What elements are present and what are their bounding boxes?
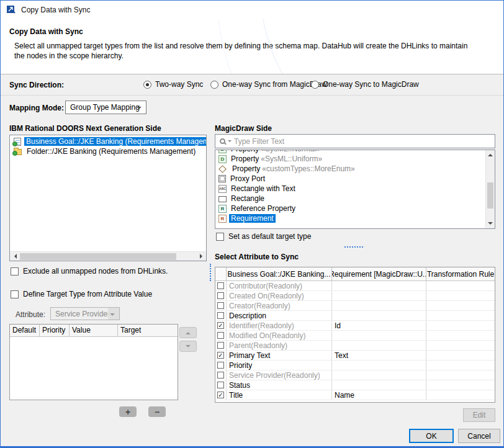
table-row[interactable]: Modified On(Readonly) (215, 331, 495, 341)
triangle-down-icon (488, 222, 493, 227)
radio-icon (210, 81, 218, 89)
row-checkbox[interactable] (217, 362, 224, 369)
header-source: Business Goal::/JKE Banking... (227, 267, 332, 280)
vertical-scrollbar[interactable] (485, 150, 495, 228)
move-down-button[interactable] (179, 341, 197, 352)
attribute-name: Creator(Readonly) (227, 301, 332, 310)
exclude-unmapped-checkbox[interactable] (11, 267, 19, 276)
ok-button[interactable]: OK (409, 429, 454, 443)
item-name: Proxy Port (228, 174, 267, 183)
triangle-up-icon (186, 329, 191, 334)
value-mapping-table: Default Priority Value Target (9, 324, 178, 400)
row-checkbox[interactable] (217, 342, 224, 349)
row-checkbox[interactable] (217, 302, 224, 309)
proxy-port-icon (218, 175, 226, 182)
scroll-up-button[interactable] (486, 150, 495, 159)
target-value (332, 281, 426, 290)
row-checkbox[interactable] (217, 282, 224, 289)
mapping-mode-dropdown[interactable]: Group Type Mapping (65, 101, 146, 114)
define-target-type-checkbox-row[interactable]: Define Target Type from Attribute Value (11, 290, 152, 298)
scroll-right-button[interactable] (196, 252, 206, 261)
triangle-left-icon (12, 254, 17, 259)
target-value (332, 291, 426, 300)
rule-value (426, 390, 495, 400)
add-row-button[interactable] (119, 406, 137, 417)
list-item-property-uniform[interactable]: Property «SysML::Uniform» (215, 154, 485, 164)
edit-button[interactable]: Edit (463, 408, 495, 422)
search-icon (220, 138, 225, 144)
define-target-type-checkbox[interactable] (11, 290, 19, 298)
radio-one-way-to-magicdraw[interactable]: One-way Sync to MagicDraw (311, 80, 419, 89)
scrollbar-thumb[interactable] (487, 182, 493, 208)
scroll-left-button[interactable] (10, 252, 20, 261)
header-value: Value (70, 325, 118, 336)
target-value (332, 380, 426, 390)
set-default-target-checkbox-row[interactable]: Set as default target type (216, 232, 311, 241)
list-item-rectangle-with-text[interactable]: Rectangle with Text (215, 184, 485, 194)
list-item-proxy-port[interactable]: Proxy Port (215, 174, 485, 184)
cancel-button[interactable]: Cancel (458, 429, 500, 443)
table-row[interactable]: Creator(Readonly) (215, 301, 495, 311)
table-row[interactable]: Priority (215, 361, 495, 370)
property-icon (218, 155, 227, 163)
scrollbar-thumb[interactable] (20, 253, 176, 260)
magicdraw-side-title: MagicDraw Side (215, 124, 272, 133)
rule-value (426, 301, 495, 310)
radio-two-way-sync[interactable]: Two-way Sync (143, 80, 203, 89)
exclude-unmapped-checkbox-row[interactable]: Exclude all unmapped nodes from DHLinks. (11, 267, 168, 276)
tree-item-folder[interactable]: Folder::/JKE Banking (Requirements Manag… (10, 146, 206, 156)
rule-value (426, 341, 495, 350)
table-row[interactable]: Created On(Readonly) (215, 291, 495, 301)
item-stereotype: «customTypes::MoreEnum» (262, 164, 354, 173)
table-row[interactable]: Primary Text Text (215, 351, 495, 361)
list-item-requirement[interactable]: Requirement (215, 213, 485, 223)
row-checkbox[interactable] (217, 352, 224, 359)
header-rule: Transformation Rule (426, 267, 495, 280)
mapping-mode-label: Mapping Mode: (9, 104, 64, 112)
rule-value (426, 380, 495, 390)
reference-property-icon (218, 205, 227, 213)
table-row[interactable]: Service Provider(Readonly) (215, 370, 495, 380)
attribute-sync-title: Select Attribute to Sync (215, 253, 299, 261)
table-row[interactable]: Parent(Readonly) (215, 341, 495, 351)
row-checkbox[interactable] (217, 322, 224, 329)
value-mapping-table-body[interactable] (10, 337, 178, 400)
row-checkbox[interactable] (217, 392, 224, 398)
attribute-name: Parent(Readonly) (227, 341, 332, 350)
type-filter-box[interactable] (215, 134, 495, 148)
table-row[interactable]: Contributor(Readonly) (215, 281, 495, 291)
list-item-rectangle[interactable]: Rectangle (215, 194, 485, 204)
target-value (332, 341, 426, 350)
attribute-name: Service Provider(Readonly) (227, 370, 332, 380)
horizontal-splitter-handle[interactable] (344, 246, 363, 248)
rule-value (426, 311, 495, 320)
item-name: Rectangle with Text (229, 184, 297, 193)
sync-direction-row: Sync Direction: Two-way Sync One-way Syn… (1, 75, 503, 96)
scroll-down-button[interactable] (486, 219, 495, 228)
row-checkbox[interactable] (217, 292, 224, 299)
set-default-target-checkbox[interactable] (216, 233, 224, 241)
horizontal-scrollbar[interactable] (10, 251, 206, 261)
list-item-reference-property[interactable]: Reference Property (215, 204, 485, 213)
table-row[interactable]: Title Name (215, 390, 495, 400)
doors-node-list: Business Goal::/JKE Banking (Requirement… (9, 135, 207, 261)
radio-one-way-from-magicdraw[interactable]: One-way Sync from MagicDraw (210, 80, 327, 89)
list-item-property-moreenum[interactable]: Property «customTypes::MoreEnum» (215, 164, 485, 174)
rule-value (426, 291, 495, 300)
row-checkbox[interactable] (217, 372, 224, 379)
move-up-button[interactable] (179, 327, 197, 338)
table-row[interactable]: Description (215, 311, 495, 321)
row-checkbox[interactable] (217, 382, 224, 388)
attribute-name: Description (227, 311, 332, 320)
tree-item-business-goal[interactable]: Business Goal::/JKE Banking (Requirement… (10, 137, 206, 146)
vertical-splitter-handle[interactable] (210, 264, 211, 281)
row-checkbox[interactable] (217, 312, 224, 319)
remove-row-button[interactable] (148, 406, 166, 417)
attribute-name: Identifier(Readonly) (227, 321, 332, 330)
attribute-dropdown[interactable]: Service Provider (50, 307, 120, 320)
requirement-icon (218, 215, 227, 223)
table-row[interactable]: Identifier(Readonly) Id (215, 321, 495, 331)
row-checkbox[interactable] (217, 332, 224, 339)
table-row[interactable]: Status (215, 380, 495, 390)
type-filter-input[interactable] (234, 137, 490, 146)
